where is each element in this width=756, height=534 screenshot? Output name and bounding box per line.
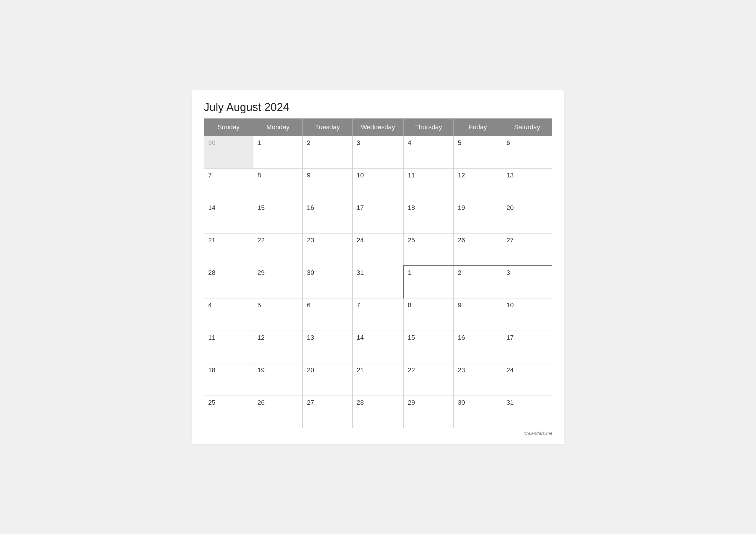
calendar-day-cell[interactable]: 29 (253, 266, 302, 298)
calendar-day-cell[interactable]: 7 (204, 168, 254, 201)
day-of-week-header: Friday (454, 119, 502, 136)
calendar-day-cell[interactable]: 28 (352, 395, 403, 428)
calendar-week-row: 14151617181920 (204, 201, 552, 233)
calendar-day-cell[interactable]: 16 (454, 331, 502, 363)
day-of-week-header: Saturday (502, 119, 552, 136)
calendar-day-cell[interactable]: 20 (502, 201, 552, 233)
calendar-day-cell[interactable]: 2 (454, 266, 502, 298)
calendar-day-cell[interactable]: 3 (502, 266, 552, 298)
calendar-day-cell[interactable]: 25 (204, 395, 254, 428)
calendar-day-cell[interactable]: 15 (253, 201, 302, 233)
calendar-week-row: 11121314151617 (204, 331, 552, 363)
calendar-day-cell[interactable]: 11 (204, 331, 254, 363)
calendar-day-cell[interactable]: 6 (502, 136, 552, 168)
calendar-day-cell[interactable]: 8 (253, 168, 302, 201)
day-of-week-header: Wednesday (352, 119, 403, 136)
calendar-day-cell[interactable]: 27 (502, 233, 552, 266)
calendar-week-row: 78910111213 (204, 168, 552, 201)
calendar-day-cell[interactable]: 22 (253, 233, 302, 266)
header-row: SundayMondayTuesdayWednesdayThursdayFrid… (204, 119, 552, 136)
calendar-day-cell[interactable]: 8 (403, 298, 454, 331)
calendar-day-cell[interactable]: 10 (352, 168, 403, 201)
calendar-day-cell[interactable]: 12 (253, 331, 302, 363)
calendar-week-row: 18192021222324 (204, 363, 552, 395)
calendar-week-row: 45678910 (204, 298, 552, 331)
calendar-day-cell[interactable]: 22 (403, 363, 454, 395)
calendar-day-cell[interactable]: 4 (204, 298, 254, 331)
day-of-week-header: Thursday (403, 119, 454, 136)
calendar-day-cell[interactable]: 30 (204, 136, 254, 168)
calendar-day-cell[interactable]: 14 (352, 331, 403, 363)
calendar-day-cell[interactable]: 5 (253, 298, 302, 331)
calendar-day-cell[interactable]: 21 (352, 363, 403, 395)
calendar-day-cell[interactable]: 3 (352, 136, 403, 168)
calendar-day-cell[interactable]: 29 (403, 395, 454, 428)
calendar-day-cell[interactable]: 18 (403, 201, 454, 233)
calendar-day-cell[interactable]: 23 (454, 363, 502, 395)
watermark: iCalendars.net (204, 431, 552, 436)
day-of-week-header: Sunday (204, 119, 254, 136)
calendar-day-cell[interactable]: 17 (502, 331, 552, 363)
calendar-day-cell[interactable]: 28 (204, 266, 254, 298)
calendar-day-cell[interactable]: 19 (253, 363, 302, 395)
calendar-day-cell[interactable]: 24 (502, 363, 552, 395)
calendar-day-cell[interactable]: 26 (253, 395, 302, 428)
calendar-day-cell[interactable]: 24 (352, 233, 403, 266)
calendar-day-cell[interactable]: 20 (303, 363, 352, 395)
calendar-day-cell[interactable]: 16 (303, 201, 352, 233)
calendar-day-cell[interactable]: 9 (303, 168, 352, 201)
calendar-day-cell[interactable]: 31 (352, 266, 403, 298)
calendar-week-row: 25262728293031 (204, 395, 552, 428)
calendar-week-row: 30123456 (204, 136, 552, 168)
calendar-day-cell[interactable]: 27 (303, 395, 352, 428)
calendar-day-cell[interactable]: 23 (303, 233, 352, 266)
day-of-week-header: Tuesday (303, 119, 352, 136)
calendar-day-cell[interactable]: 17 (352, 201, 403, 233)
calendar-title: July August 2024 (204, 101, 552, 114)
calendar-day-cell[interactable]: 21 (204, 233, 254, 266)
calendar-day-cell[interactable]: 6 (303, 298, 352, 331)
calendar-day-cell[interactable]: 30 (303, 266, 352, 298)
calendar-day-cell[interactable]: 4 (403, 136, 454, 168)
calendar-day-cell[interactable]: 1 (253, 136, 302, 168)
calendar-container: July August 2024 SundayMondayTuesdayWedn… (192, 90, 564, 444)
calendar-day-cell[interactable]: 31 (502, 395, 552, 428)
calendar-day-cell[interactable]: 7 (352, 298, 403, 331)
calendar-day-cell[interactable]: 11 (403, 168, 454, 201)
calendar-day-cell[interactable]: 19 (454, 201, 502, 233)
calendar-day-cell[interactable]: 2 (303, 136, 352, 168)
calendar-table: SundayMondayTuesdayWednesdayThursdayFrid… (204, 119, 552, 428)
calendar-day-cell[interactable]: 26 (454, 233, 502, 266)
calendar-day-cell[interactable]: 18 (204, 363, 254, 395)
calendar-day-cell[interactable]: 1 (403, 266, 454, 298)
calendar-day-cell[interactable]: 12 (454, 168, 502, 201)
calendar-day-cell[interactable]: 13 (502, 168, 552, 201)
calendar-day-cell[interactable]: 15 (403, 331, 454, 363)
calendar-week-row: 28293031123 (204, 266, 552, 298)
calendar-week-row: 21222324252627 (204, 233, 552, 266)
calendar-day-cell[interactable]: 5 (454, 136, 502, 168)
calendar-day-cell[interactable]: 14 (204, 201, 254, 233)
calendar-day-cell[interactable]: 13 (303, 331, 352, 363)
calendar-day-cell[interactable]: 30 (454, 395, 502, 428)
day-of-week-header: Monday (253, 119, 302, 136)
calendar-day-cell[interactable]: 10 (502, 298, 552, 331)
calendar-day-cell[interactable]: 9 (454, 298, 502, 331)
calendar-day-cell[interactable]: 25 (403, 233, 454, 266)
